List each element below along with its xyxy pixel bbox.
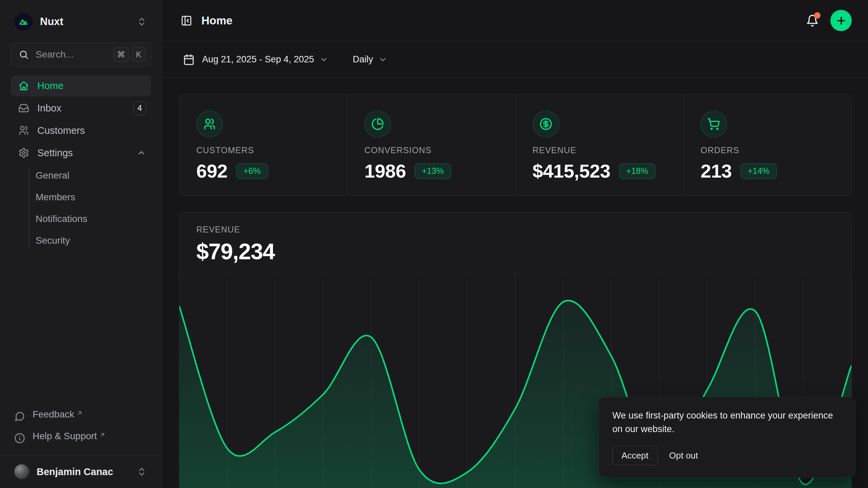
revenue-chart-value: $79,234: [196, 239, 851, 264]
sidebar-nav: Home Inbox 4 Customers Settings General …: [11, 75, 151, 251]
stat-value: 692: [196, 160, 228, 182]
sidebar-item-security[interactable]: Security: [36, 230, 151, 251]
sidebar-item-label: Inbox: [37, 103, 133, 114]
user-name: Benjamin Canac: [37, 466, 137, 477]
plus-icon: [835, 15, 847, 26]
sidebar-item-label: Home: [37, 80, 146, 92]
sidebar-item-general[interactable]: General: [36, 165, 151, 186]
chevrons-up-down-icon: [137, 17, 147, 27]
stat-revenue[interactable]: REVENUE $415,523 +18%: [515, 95, 684, 196]
external-link-arrow-icon: [76, 410, 83, 416]
user-avatar: [14, 464, 29, 479]
cookie-optout-button[interactable]: Opt out: [669, 450, 698, 461]
feedback-link[interactable]: Feedback: [14, 409, 147, 427]
stat-delta-badge: +13%: [415, 163, 451, 179]
calendar-icon: [183, 54, 195, 65]
stats-row: CUSTOMERS 692 +6% CONVERSIONS 1986 +13%: [179, 94, 852, 196]
stat-orders[interactable]: ORDERS 213 +14%: [683, 95, 851, 196]
message-circle-icon: [14, 411, 25, 422]
user-menu[interactable]: Benjamin Canac: [11, 455, 151, 488]
filters-toolbar: Aug 21, 2025 - Sep 4, 2025 Daily: [162, 41, 868, 78]
notifications-button[interactable]: [803, 12, 822, 30]
cookie-banner: We use first-party cookies to enhance yo…: [598, 397, 855, 478]
date-range-picker[interactable]: Aug 21, 2025 - Sep 4, 2025: [179, 50, 332, 69]
sidebar-spacer: [11, 251, 151, 409]
cookie-message: We use first-party cookies to enhance yo…: [612, 409, 842, 436]
circle-dollar-icon: [533, 111, 559, 137]
revenue-chart-header: REVENUE $79,234: [179, 212, 851, 264]
sidebar: Nuxt Search... ⌘ K Home Inbox 4 Customer…: [0, 0, 162, 488]
chevrons-up-down-icon: [137, 467, 147, 477]
sidebar-item-label: Customers: [37, 125, 146, 136]
users-icon: [18, 125, 29, 136]
chevron-down-icon: [378, 55, 387, 64]
inbox-icon: [18, 103, 29, 114]
stat-label: REVENUE: [533, 145, 684, 155]
stat-label: CONVERSIONS: [364, 145, 515, 155]
kbd-cmd: ⌘: [113, 47, 129, 62]
sidebar-item-label: Settings: [37, 147, 137, 159]
sidebar-item-inbox[interactable]: Inbox 4: [11, 98, 151, 119]
sidebar-item-members[interactable]: Members: [36, 186, 151, 208]
info-circle-icon: [14, 433, 25, 444]
stat-customers[interactable]: CUSTOMERS 692 +6%: [179, 95, 347, 196]
kbd-k: K: [132, 47, 146, 62]
stat-value: 213: [701, 160, 732, 182]
nuxt-logo-icon: [14, 13, 33, 31]
sidebar-item-home[interactable]: Home: [11, 75, 151, 96]
stat-delta-badge: +18%: [619, 163, 655, 179]
stat-delta-badge: +14%: [741, 163, 777, 179]
stat-label: CUSTOMERS: [196, 145, 347, 155]
panel-left-close-icon: [181, 15, 192, 26]
stat-conversions[interactable]: CONVERSIONS 1986 +13%: [347, 95, 515, 196]
collapse-sidebar-button[interactable]: [179, 13, 194, 28]
date-range-label: Aug 21, 2025 - Sep 4, 2025: [202, 54, 314, 65]
workspace-name: Nuxt: [40, 16, 137, 28]
users-icon: [196, 111, 223, 137]
chevron-down-icon: [319, 55, 328, 64]
search-placeholder: Search...: [36, 49, 111, 60]
notification-alert-dot: [814, 12, 821, 19]
external-link-arrow-icon: [99, 431, 106, 438]
pie-chart-icon: [364, 111, 391, 137]
page-header: Home: [162, 0, 868, 41]
stat-value: 1986: [364, 160, 406, 182]
sidebar-item-notifications[interactable]: Notifications: [36, 208, 151, 230]
cookie-actions: Accept Opt out: [612, 446, 842, 465]
chevron-up-icon: [137, 148, 146, 158]
granularity-select[interactable]: Daily: [349, 51, 391, 68]
granularity-value: Daily: [353, 54, 373, 65]
sidebar-footer-links: Feedback Help & Support: [11, 409, 151, 449]
settings-subnav: General Members Notifications Security: [11, 165, 151, 251]
search-input[interactable]: Search... ⌘ K: [11, 43, 151, 66]
search-icon: [19, 49, 29, 60]
sidebar-item-settings[interactable]: Settings: [11, 142, 151, 163]
page-title: Home: [201, 14, 803, 27]
inbox-count-badge: 4: [133, 101, 146, 115]
add-button[interactable]: [830, 10, 852, 31]
gear-icon: [18, 147, 29, 158]
stat-delta-badge: +6%: [236, 163, 268, 179]
help-support-link[interactable]: Help & Support: [14, 431, 147, 449]
sidebar-item-customers[interactable]: Customers: [11, 120, 151, 141]
revenue-chart-label: REVENUE: [196, 225, 851, 235]
stat-value: $415,523: [533, 160, 611, 182]
help-support-label: Help & Support: [33, 431, 97, 442]
shopping-cart-icon: [701, 111, 727, 137]
home-icon: [18, 80, 29, 91]
feedback-label: Feedback: [33, 409, 74, 420]
stat-label: ORDERS: [701, 145, 851, 155]
workspace-switcher[interactable]: Nuxt: [11, 8, 151, 35]
cookie-accept-button[interactable]: Accept: [612, 446, 658, 465]
